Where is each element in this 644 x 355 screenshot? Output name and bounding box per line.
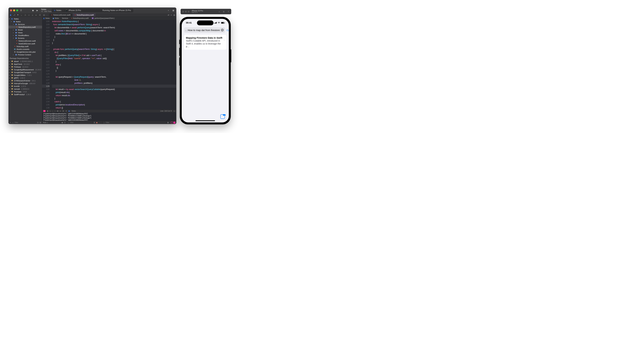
tree-root[interactable]: ▾◧Notes bbox=[8, 18, 42, 20]
memory-icon[interactable]: ⎋ bbox=[60, 110, 61, 112]
close-icon[interactable] bbox=[10, 10, 12, 11]
tree-folder[interactable]: ▸▣Preview Content bbox=[8, 53, 42, 56]
volume-down[interactable] bbox=[179, 58, 180, 66]
add-icon[interactable]: ＋ bbox=[10, 121, 11, 124]
tab-notesrepo[interactable]: ✦NotesRepository.swift bbox=[72, 13, 96, 16]
home-indicator[interactable] bbox=[196, 120, 215, 121]
navigator-filter-input[interactable] bbox=[14, 122, 36, 124]
package-row[interactable]: ▸⬢GoogleDataTransport9.4.0 bbox=[8, 71, 42, 74]
stop-button-icon[interactable]: ◼ bbox=[32, 9, 34, 12]
related-items-icon[interactable]: ▤ bbox=[43, 14, 45, 16]
find-icon[interactable]: ⌕ bbox=[20, 14, 23, 16]
metrics-icon[interactable]: ◉ bbox=[96, 122, 98, 124]
volume-up[interactable] bbox=[179, 48, 180, 56]
scm-icon[interactable]: ⊟ bbox=[40, 122, 41, 124]
info-icon[interactable]: ⓘ bbox=[64, 122, 66, 124]
counterpart-icon[interactable]: ⇄ bbox=[168, 14, 169, 16]
package-row[interactable]: ▸⬢nanopb2.30910.0 bbox=[8, 88, 42, 90]
issues-icon[interactable]: ⚠ bbox=[24, 14, 26, 16]
filter-icon[interactable]: ⌄ bbox=[12, 122, 14, 124]
tree-folder[interactable]: ▾▣Screens bbox=[8, 37, 42, 40]
add-editor-icon[interactable]: ▥ bbox=[174, 14, 175, 16]
auto-label[interactable]: Auto ◇ bbox=[43, 122, 48, 124]
console-filter-input[interactable] bbox=[106, 122, 138, 124]
zoom-icon[interactable] bbox=[16, 10, 18, 11]
cancel-button[interactable]: Cancel bbox=[227, 29, 229, 32]
tab-noteslist[interactable]: ✦NotesListScreen.swift bbox=[49, 13, 72, 16]
bookmark-icon[interactable]: ⚑ bbox=[17, 14, 19, 16]
env-icon[interactable]: ⚙ bbox=[62, 110, 64, 112]
right-pane-icon[interactable] bbox=[174, 122, 175, 124]
project-navigator-icon[interactable]: ▣ bbox=[10, 14, 12, 16]
step-into-icon[interactable]: ↓ bbox=[52, 110, 53, 112]
breakpoint-icon[interactable]: ▸ bbox=[35, 14, 37, 16]
search-field[interactable]: ⌕ How to map dat from firestore ✕ bbox=[184, 27, 225, 33]
back-icon[interactable]: ‹ bbox=[46, 14, 46, 16]
tree-folder[interactable]: ▾▣Services bbox=[8, 23, 42, 26]
zoom-icon[interactable] bbox=[188, 11, 190, 12]
library-icon[interactable]: ▦ bbox=[172, 9, 175, 12]
console-output[interactable]: ["GybbVqm9jHoaodmwVpYv", "gMrO1fiIXM5f4l… bbox=[42, 112, 176, 121]
package-row[interactable]: ▸⬢abseil1.2024011601.1 bbox=[8, 60, 42, 63]
clear-icon[interactable]: ✕ bbox=[221, 28, 224, 32]
breakpoint-toggle-icon[interactable] bbox=[43, 110, 46, 112]
silence-switch[interactable] bbox=[179, 40, 180, 44]
step-out-icon[interactable]: ↑ bbox=[54, 110, 55, 112]
source-control-icon[interactable]: ⎇ bbox=[13, 14, 16, 16]
filter-icon[interactable]: ⌄ bbox=[104, 122, 105, 124]
loc-icon[interactable]: ✈ bbox=[66, 110, 67, 112]
left-pane-icon[interactable] bbox=[171, 122, 173, 124]
package-row[interactable]: ▸⬢AppCheck10.19.0 bbox=[8, 63, 42, 66]
jump-bar[interactable]: ◧Notes〉 ▣Notes〉 Services〉 ✦NotesReposito… bbox=[42, 17, 176, 20]
tree-folder[interactable]: ▸▣Views bbox=[8, 31, 42, 34]
search-result[interactable]: Mapping Firestore Data in Swift Swift's … bbox=[184, 35, 226, 50]
step-over-icon[interactable]: ⤵ bbox=[50, 110, 50, 112]
sidebar-toggle-icon[interactable]: ☰ bbox=[20, 9, 22, 12]
trash-icon[interactable]: 🗑 bbox=[167, 122, 169, 124]
package-row[interactable]: ▸⬢SwiftProtobuf1.26.0 bbox=[8, 93, 42, 96]
tree-file-selected[interactable]: ✦NotesRepository.swift bbox=[8, 26, 42, 28]
tree-folder[interactable]: ▾▣Notes bbox=[8, 20, 42, 23]
minimize-icon[interactable] bbox=[13, 10, 15, 11]
package-row[interactable]: ▸⬢gRPC1.62.2 bbox=[8, 76, 42, 79]
screenshot-icon[interactable]: ◎ bbox=[222, 10, 225, 13]
package-row[interactable]: ▸⬢Firebase10.24.0 bbox=[8, 66, 42, 68]
forward-icon[interactable]: › bbox=[48, 14, 48, 16]
console-mode-icon[interactable]: ☰ bbox=[94, 122, 95, 124]
package-row[interactable]: ▸⬢GoogleAppMeasurement10.24.0 bbox=[8, 68, 42, 71]
adjust-editor-icon[interactable]: ≡ bbox=[171, 14, 172, 16]
tree-file[interactable]: ✦NoteEditScreen.swift bbox=[8, 42, 42, 45]
file-tree[interactable]: ▾◧Notes ▾▣Notes ▾▣Services ✦NotesReposit… bbox=[8, 17, 42, 121]
package-row[interactable]: ▸⬢leveldb1.22.5 bbox=[8, 85, 42, 88]
minimap-icon[interactable]: ▭ bbox=[174, 110, 175, 112]
filter-icon[interactable]: ⌄ bbox=[68, 122, 69, 124]
add-tab-icon[interactable]: ＋ bbox=[167, 9, 170, 12]
package-row[interactable]: ▸⬢Promises2.4.0 bbox=[8, 90, 42, 93]
tree-file[interactable]: ⊞GoogleService-Info.plist bbox=[8, 50, 42, 53]
minimize-icon[interactable] bbox=[185, 11, 187, 12]
close-icon[interactable] bbox=[182, 11, 184, 12]
pause-icon[interactable]: ‖ bbox=[47, 110, 48, 112]
package-row[interactable]: ▸⬢InteropForGoogle100.0.0 bbox=[8, 82, 42, 85]
tests-icon[interactable]: ◇ bbox=[28, 14, 30, 16]
code-editor[interactable]: 1081091101111121131141151161171181191201… bbox=[42, 20, 176, 110]
share-icon[interactable]: ⇪ bbox=[227, 10, 230, 13]
package-row[interactable]: ▸⬢GTMSessionFetcher3.4.1 bbox=[8, 79, 42, 82]
clock-icon[interactable]: ◷ bbox=[37, 122, 39, 124]
debug-view-icon[interactable]: ⊞ bbox=[57, 110, 58, 112]
tree-file[interactable]: ▤Assets.xcassets bbox=[8, 48, 42, 50]
tree-folder[interactable]: ▸▣Model bbox=[8, 28, 42, 31]
tree-file[interactable]: ✦NotesApp.swift bbox=[8, 45, 42, 48]
run-button-icon[interactable]: ▶ bbox=[36, 9, 39, 12]
package-row[interactable]: ▸⬢GoogleUtilities7.13.1 bbox=[8, 74, 42, 76]
power-button[interactable] bbox=[231, 49, 231, 62]
report-icon[interactable]: ☰ bbox=[39, 14, 41, 16]
tree-file[interactable]: ✦NotesListScreen.swift bbox=[8, 40, 42, 42]
home-icon[interactable]: ⌂ bbox=[218, 10, 220, 13]
activity-viewer[interactable]: ⧉ Notes 〉 📱 iPhone 15 Pro Running Notes … bbox=[52, 8, 133, 12]
variables-filter-input[interactable] bbox=[70, 122, 83, 124]
tree-folder[interactable]: ▸▣ViewModifiers bbox=[8, 34, 42, 37]
eye-icon[interactable]: ◉ bbox=[62, 122, 63, 124]
compose-button-icon[interactable] bbox=[220, 114, 225, 119]
debug-icon[interactable]: ⎋ bbox=[32, 14, 34, 16]
